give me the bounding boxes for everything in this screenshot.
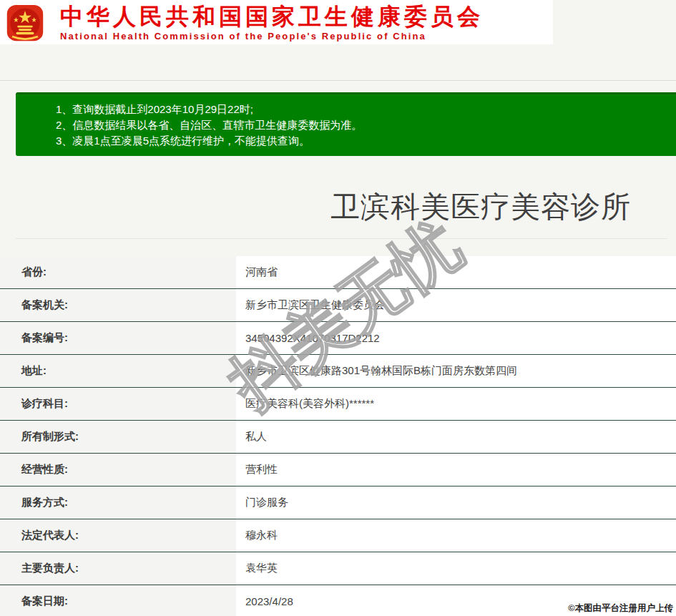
field-value: 穆永科	[236, 519, 676, 552]
table-row: 备案编号:34504392X41070317D2212	[0, 322, 676, 355]
field-label: 所有制形式:	[0, 421, 236, 453]
field-label: 地址:	[0, 355, 236, 387]
facility-name-title: 卫滨科美医疗美容诊所	[330, 187, 631, 227]
field-value: 门诊服务	[236, 487, 676, 519]
field-label: 备案日期:	[0, 585, 236, 616]
field-label: 经营性质:	[0, 454, 236, 486]
notice-line: 1、查询数据截止到2023年10月29日22时;	[56, 102, 676, 117]
field-label: 备案编号:	[0, 322, 236, 354]
field-value: 袁华英	[236, 552, 676, 585]
field-value: 新乡市卫滨区健康路301号翰林国际B栋门面房东数第四间	[236, 355, 676, 387]
field-label: 省份:	[0, 256, 236, 288]
table-row: 省份:河南省	[0, 256, 676, 289]
header-divider	[0, 80, 676, 81]
site-header: 中华人民共和国国家卫生健康委员会 National Health Commiss…	[0, 0, 553, 44]
field-value: 河南省	[236, 256, 676, 288]
notice-line: 2、信息数据结果以各省、自治区、直辖市卫生健康委数据为准。	[56, 117, 676, 133]
field-value: 34504392X41070317D2212	[236, 322, 676, 354]
page: 中华人民共和国国家卫生健康委员会 National Health Commiss…	[0, 0, 676, 616]
site-title: 中华人民共和国国家卫生健康委员会	[60, 4, 484, 29]
table-row: 地址:新乡市卫滨区健康路301号翰林国际B栋门面房东数第四间	[0, 355, 676, 388]
table-top-divider	[16, 238, 667, 239]
table-row: 经营性质:营利性	[0, 454, 676, 487]
notice-box: 1、查询数据截止到2023年10月29日22时;2、信息数据结果以各省、自治区、…	[16, 92, 676, 156]
field-label: 法定代表人:	[0, 519, 236, 552]
field-value: 新乡市卫滨区卫生健康委员会	[236, 289, 676, 321]
field-label: 诊疗科目:	[0, 388, 236, 420]
table-row: 主要负责人:袁华英	[0, 552, 676, 585]
field-label: 主要负责人:	[0, 552, 236, 585]
notice-line: 3、凌晨1点至凌晨5点系统进行维护，不能提供查询。	[56, 133, 676, 149]
site-subtitle: National Health Commission of the People…	[60, 31, 484, 41]
field-label: 备案机关:	[0, 289, 236, 321]
field-value: 医疗美容科(美容外科)******	[236, 388, 676, 420]
table-row: 法定代表人:穆永科	[0, 519, 676, 552]
record-table: 省份:河南省备案机关:新乡市卫滨区卫生健康委员会备案编号:34504392X41…	[0, 256, 676, 616]
field-value: 营利性	[236, 454, 676, 486]
field-label: 服务方式:	[0, 487, 236, 519]
field-value: 私人	[236, 421, 676, 453]
table-row: 服务方式:门诊服务	[0, 487, 676, 519]
table-row: 备案机关:新乡市卫滨区卫生健康委员会	[0, 289, 676, 322]
image-credit: ©本图由平台注册用户上传	[568, 602, 673, 615]
table-row: 诊疗科目:医疗美容科(美容外科)******	[0, 388, 676, 421]
national-emblem-icon	[6, 4, 44, 43]
header-text: 中华人民共和国国家卫生健康委员会 National Health Commiss…	[60, 4, 484, 41]
table-row: 所有制形式:私人	[0, 421, 676, 454]
